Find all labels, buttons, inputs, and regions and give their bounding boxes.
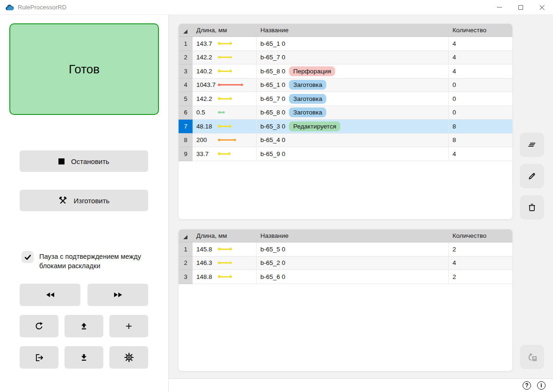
upload-button[interactable]	[65, 315, 103, 337]
table-row[interactable]: 5142.2b-65_7 0Заготовка0	[179, 92, 512, 106]
quantity-cell[interactable]: 8	[449, 120, 512, 134]
name-cell[interactable]: b-65_2 0	[257, 257, 449, 271]
name-cell[interactable]: b-65_1 0	[257, 37, 449, 51]
close-icon	[539, 5, 545, 10]
table-row[interactable]: 60.5b-65_8 0Заготовка0	[179, 106, 512, 120]
row-number-cell[interactable]: 5	[179, 92, 193, 106]
table-row[interactable]: 2146.3b-65_2 04	[179, 257, 512, 271]
row-number-cell[interactable]: 7	[179, 120, 193, 134]
row-number-cell[interactable]: 4	[179, 78, 193, 93]
length-cell[interactable]: 142.2	[193, 51, 257, 65]
table-row[interactable]: 748.18b-65_3 0Редактируется8	[179, 120, 512, 134]
table-row[interactable]: 1143.7b-65_1 04	[179, 37, 512, 51]
machine-status-label: Готов	[69, 62, 100, 77]
quantity-cell[interactable]: 8	[449, 134, 512, 148]
length-cell[interactable]: 148.8	[193, 270, 257, 284]
name-cell[interactable]: b-65_1 0Заготовка	[257, 78, 449, 93]
status-badge: Заготовка	[289, 80, 326, 90]
quantity-cell[interactable]: 4	[449, 64, 512, 78]
download-button[interactable]	[65, 346, 103, 369]
quantity-cell[interactable]: 4	[449, 147, 512, 161]
stop-button[interactable]: Остановить	[20, 150, 148, 172]
name-cell[interactable]: b-65_8 0Перфорация	[257, 64, 449, 78]
quantity-cell[interactable]: 0	[449, 78, 512, 93]
pause-confirmation-checkbox[interactable]	[22, 251, 34, 263]
refresh-button[interactable]	[20, 315, 58, 337]
exit-button[interactable]	[20, 346, 58, 369]
length-cell[interactable]: 140.2	[193, 64, 257, 78]
name-cell[interactable]: b-65_7 0	[257, 51, 449, 65]
name-cell[interactable]: b-65_9 0	[257, 147, 449, 161]
column-header-length[interactable]: Длина, мм	[193, 229, 257, 242]
reload-block-button[interactable]	[520, 345, 544, 369]
quantity-cell[interactable]: 4	[449, 37, 512, 51]
part-name: b-65_7 0	[260, 95, 285, 102]
length-value: 140.2	[196, 68, 218, 75]
row-number-cell[interactable]: 8	[179, 134, 193, 148]
quantity-cell[interactable]: 2	[449, 242, 512, 257]
table-row[interactable]: 41043.7b-65_1 0Заготовка0	[179, 78, 512, 93]
row-number-cell[interactable]: 1	[179, 37, 193, 51]
info-button[interactable]: i	[537, 381, 546, 390]
name-cell[interactable]: b-65_7 0Заготовка	[257, 92, 449, 106]
select-all-corner[interactable]	[179, 229, 193, 242]
column-header-name[interactable]: Название	[257, 24, 449, 36]
name-cell[interactable]: b-65_3 0Редактируется	[257, 120, 449, 134]
add-button[interactable]: +	[109, 315, 148, 337]
produce-button[interactable]: Изготовить	[20, 190, 148, 211]
next-block-button[interactable]	[87, 284, 148, 306]
sign-out-icon	[34, 353, 44, 363]
window-controls	[488, 0, 553, 14]
row-number-cell[interactable]: 2	[179, 257, 193, 271]
stop-button-label: Остановить	[71, 157, 109, 165]
length-cell[interactable]: 143.7	[193, 37, 257, 51]
previous-block-button[interactable]	[20, 284, 80, 306]
table-row[interactable]: 8200b-65_4 08	[179, 134, 512, 148]
column-header-quantity[interactable]: Количество	[449, 229, 512, 242]
status-badge: Редактируется	[289, 121, 340, 131]
row-number-cell[interactable]: 1	[179, 242, 193, 257]
length-cell[interactable]: 200	[193, 134, 257, 148]
help-button[interactable]: ?	[523, 381, 531, 390]
upload-icon	[79, 322, 88, 331]
checkmark-icon	[24, 253, 32, 261]
delete-row-button[interactable]	[520, 195, 544, 220]
pause-confirmation-label: Пауза с подтверждением между блоками рас…	[39, 251, 151, 271]
length-cell[interactable]: 0.5	[193, 106, 257, 120]
length-cell[interactable]: 146.3	[193, 257, 257, 271]
length-cell[interactable]: 145.8	[193, 242, 257, 257]
quantity-cell[interactable]: 2	[449, 270, 512, 284]
reorder-rows-button[interactable]	[520, 133, 544, 157]
row-number-cell[interactable]: 2	[179, 51, 193, 65]
quantity-cell[interactable]: 4	[449, 51, 512, 65]
table-row[interactable]: 3140.2b-65_8 0Перфорация4	[179, 64, 512, 78]
row-number-cell[interactable]: 3	[179, 270, 193, 284]
length-cell[interactable]: 1043.7	[193, 78, 257, 93]
row-number-cell[interactable]: 3	[179, 64, 193, 78]
quantity-cell[interactable]: 4	[449, 257, 512, 271]
length-cell[interactable]: 33.7	[193, 147, 257, 161]
table-row[interactable]: 3148.8b-65_6 02	[179, 270, 512, 284]
name-cell[interactable]: b-65_5 0	[257, 242, 449, 257]
table-row[interactable]: 1145.8b-65_5 02	[179, 242, 512, 257]
maximize-button[interactable]	[510, 0, 531, 14]
name-cell[interactable]: b-65_8 0Заготовка	[257, 106, 449, 120]
length-cell[interactable]: 48.18	[193, 120, 257, 134]
minimize-button[interactable]	[488, 0, 510, 14]
quantity-cell[interactable]: 0	[449, 106, 512, 120]
table-row[interactable]: 2142.2b-65_7 04	[179, 51, 512, 65]
name-cell[interactable]: b-65_6 0	[257, 270, 449, 284]
row-number-cell[interactable]: 6	[179, 106, 193, 120]
select-all-corner[interactable]	[179, 24, 193, 36]
name-cell[interactable]: b-65_4 0	[257, 134, 449, 148]
column-header-name[interactable]: Название	[257, 229, 449, 242]
close-button[interactable]	[531, 0, 553, 14]
length-cell[interactable]: 142.2	[193, 92, 257, 106]
edit-row-button[interactable]	[520, 164, 544, 188]
table-row[interactable]: 933.7b-65_9 04	[179, 147, 512, 161]
quantity-cell[interactable]: 0	[449, 92, 512, 106]
settings-button[interactable]	[109, 346, 148, 369]
column-header-quantity[interactable]: Количество	[449, 24, 512, 36]
column-header-length[interactable]: Длина, мм	[193, 24, 257, 36]
row-number-cell[interactable]: 9	[179, 147, 193, 161]
